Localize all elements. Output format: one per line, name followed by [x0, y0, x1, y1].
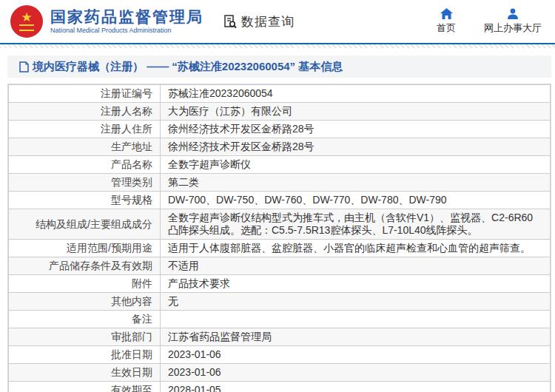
agency-name-en: National Medical Products Administration: [50, 26, 204, 35]
breadcrumb-text: 境内医疗器械（注册） —— “苏械注准20232060054” 基本信息: [33, 60, 343, 74]
data-query-label: 数据查询: [241, 13, 295, 30]
row-value: [161, 311, 551, 328]
row-label: 适用范围/预期用途: [9, 240, 161, 257]
row-value: 苏械注准20232060054: [161, 85, 551, 103]
table-row: 其他内容 无: [9, 293, 551, 311]
breadcrumb: 境内医疗器械（注册） —— “苏械注准20232060054” 基本信息: [7, 55, 551, 78]
row-label: 结构及组成/主要组成成分: [9, 209, 161, 240]
national-emblem-logo: ★: [10, 5, 43, 38]
row-value: 2028-01-05: [161, 382, 551, 392]
row-label: 生产地址: [9, 138, 161, 156]
row-label: 注册人住所: [9, 121, 161, 138]
row-value: 产品技术要求: [161, 275, 551, 293]
document-search-icon: [223, 14, 238, 29]
document-icon: [19, 61, 29, 72]
row-value: 全数字超声诊断仪: [161, 156, 551, 174]
row-label: 管理类别: [9, 174, 161, 192]
row-label: 审批部门: [9, 328, 161, 346]
user-icon: [507, 8, 519, 19]
row-value: 不适用: [161, 257, 551, 275]
row-value: 第二类: [161, 174, 551, 192]
table-row: 备注: [9, 311, 551, 328]
top-navigation: 首页 网上办事大厅: [437, 8, 542, 35]
row-label: 有效期至: [9, 382, 161, 392]
table-row: 批准日期 2023-01-06: [9, 346, 551, 364]
table-row: 生效日期 2023-01-06: [9, 364, 551, 382]
row-label: 生效日期: [9, 364, 161, 382]
nav-online-hall-label: 网上办事大厅: [484, 21, 542, 35]
table-row: 适用范围/预期用途 适用于人体腹部脏器、盆腔脏器、小器官的临床超声检查和心血管的…: [9, 240, 551, 257]
row-label: 产品储存条件及有效期: [9, 257, 161, 275]
row-value: 无: [161, 293, 551, 311]
table-row: 注册证编号 苏械注准20232060054: [9, 85, 551, 103]
table-row: 结构及组成/主要组成成分 全数字超声诊断仪结构型式为推车式，由主机（含软件V1）…: [9, 209, 551, 240]
table-row: 有效期至 2028-01-05: [9, 382, 551, 392]
row-value: 适用于人体腹部脏器、盆腔脏器、小器官的临床超声检查和心血管的超声筛查。: [161, 240, 551, 257]
table-row: 生产地址 徐州经济技术开发区金桥路28号: [9, 138, 551, 156]
table-row: 审批部门 江苏省药品监督管理局: [9, 328, 551, 346]
main-content: 境内医疗器械（注册） —— “苏械注准20232060054” 基本信息 注册证…: [7, 55, 551, 392]
table-row: 注册人住所 徐州经济技术开发区金桥路28号: [9, 121, 551, 138]
row-value: 2023-01-06: [161, 364, 551, 382]
row-label: 型号规格: [9, 192, 161, 209]
row-value: 2023-01-06: [161, 346, 551, 364]
row-label: 备注: [9, 311, 161, 328]
table-row: 型号规格 DW-700、DW-750、DW-760、DW-770、DW-780、…: [9, 192, 551, 209]
header-dotted-divider: [0, 44, 555, 48]
row-label: 批准日期: [9, 346, 161, 364]
data-query-section[interactable]: 数据查询: [223, 13, 295, 30]
row-value: 徐州经济技术开发区金桥路28号: [161, 121, 551, 138]
row-label: 注册证编号: [9, 85, 161, 103]
table-row: 附件 产品技术要求: [9, 275, 551, 293]
row-label: 其他内容: [9, 293, 161, 311]
row-label: 产品名称: [9, 156, 161, 174]
nav-online-hall[interactable]: 网上办事大厅: [484, 8, 542, 35]
row-value: 江苏省药品监督管理局: [161, 328, 551, 346]
table-row: 产品名称 全数字超声诊断仪: [9, 156, 551, 174]
row-value: 徐州经济技术开发区金桥路28号: [161, 138, 551, 156]
agency-title-block: 国家药品监督管理局 National Medical Products Admi…: [50, 8, 204, 35]
table-row: 注册人名称 大为医疗（江苏）有限公司: [9, 103, 551, 121]
row-value: 全数字超声诊断仪结构型式为推车式，由主机（含软件V1）、监视器、C2-6R60 …: [161, 209, 551, 240]
agency-name-zh: 国家药品监督管理局: [50, 8, 204, 26]
row-value: DW-700、DW-750、DW-760、DW-770、DW-780、DW-79…: [161, 192, 551, 209]
page-header: ★ 国家药品监督管理局 National Medical Products Ad…: [0, 0, 555, 44]
home-icon: [440, 8, 453, 19]
nav-home-label: 首页: [437, 21, 456, 35]
nav-home[interactable]: 首页: [437, 8, 456, 35]
table-row: 管理类别 第二类: [9, 174, 551, 192]
info-table-body: 注册证编号 苏械注准20232060054 注册人名称 大为医疗（江苏）有限公司…: [9, 85, 551, 392]
row-value: 大为医疗（江苏）有限公司: [161, 103, 551, 121]
table-row: 产品储存条件及有效期 不适用: [9, 257, 551, 275]
registration-info-table: 注册证编号 苏械注准20232060054 注册人名称 大为医疗（江苏）有限公司…: [7, 84, 551, 392]
row-label: 附件: [9, 275, 161, 293]
row-label: 注册人名称: [9, 103, 161, 121]
